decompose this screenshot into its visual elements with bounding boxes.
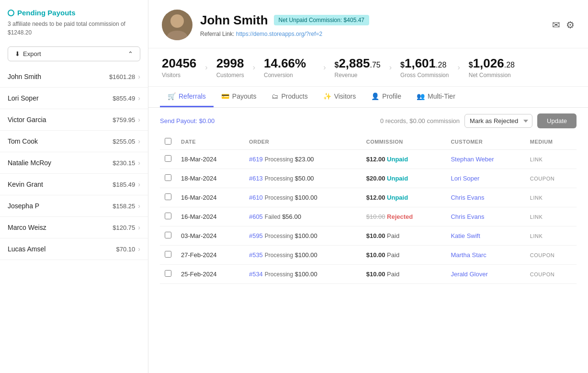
- arrow-icon-2: ›: [253, 63, 255, 72]
- affiliate-item[interactable]: Kevin Grant$185.49 ›: [0, 174, 148, 195]
- tab-products[interactable]: 🗂 Products: [264, 87, 315, 107]
- customer-link[interactable]: Chris Evans: [451, 194, 484, 201]
- affiliate-list: John Smith$1601.28 ›Lori Soper$855.49 ›V…: [0, 66, 148, 373]
- cell-commission: $12.00 Unpaid: [362, 188, 446, 207]
- table-row: 03-Mar-2024 #595Processing $100.00 $10.0…: [160, 226, 577, 246]
- col-date: DATE: [176, 134, 244, 150]
- customer-link[interactable]: Stephan Weber: [451, 156, 494, 163]
- affiliate-item[interactable]: Tom Cook$255.05 ›: [0, 131, 148, 152]
- commission-badge: Net Unpaid Commission: $405.47: [274, 15, 369, 25]
- tabs: 🛒 Referrals 💳 Payouts 🗂 Products ✨ Visit…: [148, 87, 588, 108]
- order-link[interactable]: #613: [249, 175, 263, 182]
- order-link[interactable]: #535: [249, 251, 263, 259]
- stat-gross-commission: $1,601.28 Gross Commission: [400, 56, 449, 79]
- row-checkbox[interactable]: [165, 251, 171, 258]
- chevron-right-icon: ›: [138, 73, 140, 80]
- affiliate-item[interactable]: Lori Soper$855.49 ›: [0, 88, 148, 109]
- affiliate-item[interactable]: Marco Weisz$120.75 ›: [0, 217, 148, 238]
- cell-date: 16-Mar-2024: [176, 188, 244, 207]
- cell-order: #595Processing $100.00: [244, 226, 362, 246]
- cell-commission: $10.00 Paid: [362, 246, 446, 265]
- main-content: John Smith Net Unpaid Commission: $405.4…: [148, 0, 588, 373]
- customer-link[interactable]: Martha Starc: [451, 251, 486, 259]
- cell-date: 25-Feb-2024: [176, 265, 244, 284]
- stat-visitors: 20456 Visitors: [162, 56, 196, 79]
- customer-link[interactable]: Katie Swift: [451, 232, 480, 239]
- table-row: 27-Feb-2024 #535Processing $100.00 $10.0…: [160, 246, 577, 265]
- chevron-right-icon: ›: [138, 224, 140, 231]
- row-checkbox[interactable]: [165, 213, 171, 219]
- update-button[interactable]: Update: [537, 113, 577, 128]
- export-chevron-icon: ⌃: [128, 50, 133, 57]
- toolbar-right: 0 records, $0.00 commission Mark as Reje…: [380, 113, 577, 128]
- select-all-checkbox[interactable]: [165, 138, 171, 145]
- chevron-right-icon: ›: [138, 137, 140, 145]
- cell-customer: Katie Swift: [446, 226, 525, 246]
- affiliate-item[interactable]: Lucas Amsel$70.10 ›: [0, 238, 148, 260]
- cell-customer: Chris Evans: [446, 188, 525, 207]
- chevron-right-icon: ›: [138, 116, 140, 124]
- tab-visitors[interactable]: ✨ Visitors: [316, 87, 364, 107]
- status-select[interactable]: Mark as Rejected Mark as Paid Mark as Un…: [464, 114, 532, 128]
- table-row: 18-Mar-2024 #613Processing $50.00 $20.00…: [160, 169, 577, 188]
- stat-net-commission: $1,026.28 Net Commission: [469, 56, 515, 79]
- affiliate-item[interactable]: Victor Garcia$759.95 ›: [0, 109, 148, 131]
- customer-link[interactable]: Jerald Glover: [451, 271, 487, 278]
- records-info: 0 records, $0.00 commission: [380, 117, 460, 124]
- affiliate-item[interactable]: Natalie McRoy$230.15 ›: [0, 152, 148, 174]
- stat-conversion: 14.66% Conversion: [264, 56, 306, 79]
- table-area: Send Payout: $0.00 0 records, $0.00 comm…: [148, 108, 588, 373]
- table-toolbar: Send Payout: $0.00 0 records, $0.00 comm…: [160, 108, 577, 134]
- row-checkbox[interactable]: [165, 232, 171, 238]
- cell-customer: Chris Evans: [446, 207, 525, 226]
- order-link[interactable]: #534: [249, 271, 263, 278]
- tab-profile[interactable]: 👤 Profile: [363, 87, 409, 107]
- cell-medium: COUPON: [525, 246, 577, 265]
- cell-medium: LINK: [525, 188, 577, 207]
- referral-link: Referral Link: https://demo.storeapps.or…: [200, 31, 544, 37]
- order-link[interactable]: #619: [249, 156, 263, 163]
- cell-date: 03-Mar-2024: [176, 226, 244, 246]
- arrow-icon-3: ›: [323, 63, 326, 72]
- settings-button[interactable]: ⚙: [566, 19, 575, 31]
- cell-medium: COUPON: [525, 265, 577, 284]
- row-checkbox[interactable]: [165, 270, 171, 277]
- cell-customer: Lori Soper: [446, 169, 525, 188]
- export-icon: ⬇: [15, 50, 20, 57]
- send-payout-link[interactable]: Send Payout: $0.00: [160, 117, 215, 124]
- customer-link[interactable]: Lori Soper: [451, 175, 479, 182]
- cell-order: #535Processing $100.00: [244, 246, 362, 265]
- table-row: 16-Mar-2024 #610Processing $100.00 $12.0…: [160, 188, 577, 207]
- cell-commission: $12.00 Unpaid: [362, 150, 446, 169]
- email-button[interactable]: ✉: [552, 19, 560, 31]
- cell-commission: $10.00 Paid: [362, 265, 446, 284]
- affiliate-item[interactable]: John Smith$1601.28 ›: [0, 66, 148, 88]
- order-link[interactable]: #595: [249, 232, 263, 239]
- tab-multi-tier[interactable]: 👥 Multi-Tier: [409, 87, 463, 107]
- cell-customer: Jerald Glover: [446, 265, 525, 284]
- payouts-icon: 💳: [221, 92, 229, 100]
- order-link[interactable]: #605: [249, 213, 263, 220]
- pending-payouts-title: Pending Payouts: [8, 9, 140, 17]
- visitors-icon: ✨: [323, 92, 331, 100]
- header-icons: ✉ ⚙: [552, 19, 575, 31]
- affiliate-item[interactable]: Josepha P$158.25 ›: [0, 195, 148, 217]
- tab-payouts[interactable]: 💳 Payouts: [214, 87, 264, 107]
- table-row: 25-Feb-2024 #534Processing $100.00 $10.0…: [160, 265, 577, 284]
- customer-link[interactable]: Chris Evans: [451, 213, 484, 220]
- row-checkbox[interactable]: [165, 174, 171, 181]
- row-checkbox[interactable]: [165, 193, 171, 200]
- cell-medium: COUPON: [525, 169, 577, 188]
- tab-referrals[interactable]: 🛒 Referrals: [160, 87, 214, 107]
- referral-url[interactable]: https://demo.storeapps.org/?ref=2: [236, 31, 322, 37]
- stat-customers: 2998 Customers: [216, 56, 244, 79]
- col-customer: CUSTOMER: [446, 134, 525, 150]
- order-link[interactable]: #610: [249, 194, 263, 201]
- table-row: 18-Mar-2024 #619Processing $23.00 $12.00…: [160, 150, 577, 169]
- export-button[interactable]: ⬇ Export ⌃: [8, 46, 140, 61]
- profile-icon: 👤: [371, 92, 379, 100]
- multi-tier-icon: 👥: [417, 92, 425, 100]
- cell-order: #605Failed $56.00: [244, 207, 362, 226]
- row-checkbox[interactable]: [165, 155, 171, 162]
- cell-customer: Stephan Weber: [446, 150, 525, 169]
